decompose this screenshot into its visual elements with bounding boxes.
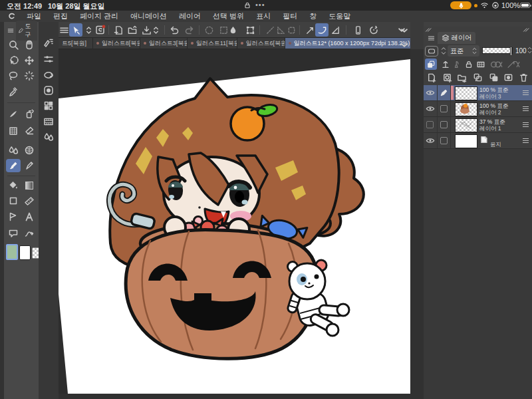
navigator-palette-icon[interactable] — [42, 68, 55, 82]
sub-color-swatch[interactable] — [19, 245, 31, 260]
brush-size-palette-icon[interactable] — [42, 84, 55, 97]
tool-pen-selected[interactable] — [6, 159, 21, 172]
open-file-button[interactable] — [126, 23, 139, 37]
visibility-eye-icon[interactable] — [426, 89, 435, 96]
menu-page-manage[interactable]: 페이지 관리 — [74, 11, 124, 21]
lock-transparent-pixels-button[interactable] — [475, 59, 486, 70]
menu-filter[interactable]: 필터 — [277, 11, 303, 21]
layer-row-paper[interactable]: 용지 — [424, 133, 532, 149]
ruler-rect-button[interactable] — [285, 23, 298, 37]
layer-row-menu[interactable] — [523, 106, 529, 111]
tool-fill[interactable] — [6, 179, 21, 192]
transform-button[interactable] — [243, 23, 257, 37]
menu-layer[interactable]: 레이어 — [173, 11, 207, 21]
layer-row[interactable]: 37 % 표준 레이어 1 — [424, 117, 532, 133]
layer-row-menu[interactable] — [523, 138, 529, 143]
timeline-palette-icon[interactable] — [42, 115, 55, 128]
document-tab[interactable]: 일러스트3[복원] — [140, 38, 187, 49]
tool-marker[interactable] — [22, 159, 37, 172]
clip-to-layer-below-button[interactable] — [425, 59, 437, 70]
snap-grid-button[interactable] — [329, 23, 342, 37]
tool-text[interactable] — [22, 210, 37, 223]
tool-line-correction[interactable] — [22, 227, 37, 240]
tool-hand[interactable] — [22, 38, 37, 51]
menu-animation[interactable]: 애니메이션 — [124, 11, 173, 21]
visibility-eye-icon[interactable] — [426, 137, 435, 144]
undo-button[interactable] — [168, 23, 181, 37]
tool-eyedropper[interactable] — [6, 84, 21, 98]
main-color-swatch[interactable] — [6, 244, 18, 260]
tool-zoom[interactable] — [6, 38, 21, 51]
tool-auto-select[interactable] — [22, 69, 37, 82]
layer-row-selected[interactable]: 100 % 표준 레이어 3 — [424, 85, 532, 101]
canvas-viewport[interactable] — [59, 49, 410, 399]
redo-button[interactable] — [183, 23, 196, 37]
tool-frame-border[interactable] — [6, 210, 21, 223]
tool-lasso[interactable] — [6, 69, 21, 82]
edit-pointer-button[interactable] — [69, 23, 82, 37]
new-raster-layer-button[interactable] — [425, 72, 437, 83]
document-tab[interactable]: 일러스트6[복원] — [237, 38, 285, 49]
tabbar-expand-chevron[interactable] — [398, 39, 411, 52]
create-layer-mask-button[interactable] — [502, 72, 514, 83]
clip-studio-app-button[interactable] — [94, 23, 107, 37]
lock-layer-button[interactable] — [463, 59, 474, 70]
merge-with-layer-below-button[interactable] — [487, 72, 499, 83]
new-document-button[interactable] — [112, 23, 125, 37]
transfer-to-layer-below-button[interactable] — [471, 72, 483, 83]
tool-balloon[interactable] — [6, 227, 21, 240]
pointer-options-chevrons[interactable] — [84, 23, 93, 37]
reset-display-button[interactable] — [367, 23, 380, 37]
edit-target-checkbox[interactable] — [440, 105, 448, 112]
tool-eraser[interactable] — [22, 124, 37, 138]
sub-tool-palette-icon[interactable] — [42, 35, 55, 49]
menu-window[interactable]: 창 — [303, 11, 323, 21]
tool-liquify[interactable] — [22, 144, 37, 157]
opacity-chevrons[interactable] — [527, 47, 532, 54]
new-layer-folder-button[interactable] — [456, 72, 467, 83]
visibility-off-box[interactable] — [426, 121, 434, 128]
layer-row-menu[interactable] — [523, 90, 529, 95]
delete-layer-button[interactable] — [517, 72, 529, 83]
fill-selection-button[interactable] — [226, 23, 239, 37]
view-expand-chevron[interactable] — [398, 24, 411, 37]
tool-airbrush[interactable] — [22, 107, 37, 120]
toolbar-menu-button[interactable] — [57, 23, 70, 37]
menu-edit[interactable]: 편집 — [47, 11, 74, 21]
snap-ruler-button[interactable] — [303, 23, 317, 37]
document-tab[interactable]: 트5[복원] — [59, 38, 92, 49]
tool-brush[interactable] — [6, 107, 21, 120]
edit-target-checkbox[interactable] — [440, 121, 448, 128]
menu-selection[interactable]: 선택 범위 — [207, 11, 250, 21]
companion-mode-button[interactable] — [351, 23, 364, 37]
tab-layer[interactable]: 레이어 — [438, 32, 475, 44]
new-tone-layer-button[interactable] — [441, 72, 453, 83]
opacity-slider-knob[interactable] — [510, 47, 512, 56]
tool-ruler[interactable] — [22, 194, 37, 207]
enable-mask-button[interactable] — [489, 59, 503, 70]
menu-file[interactable]: 파일 — [21, 11, 47, 21]
tool-operate[interactable] — [6, 54, 21, 67]
save-options-chevrons[interactable] — [151, 23, 160, 37]
layer-panel-menu[interactable] — [428, 35, 435, 42]
menu-help[interactable]: 도움말 — [323, 11, 356, 21]
menu-view[interactable]: 표시 — [250, 11, 277, 21]
color-set-palette-icon[interactable] — [42, 99, 55, 112]
right-dock-strip[interactable] — [410, 49, 424, 399]
thumbnail-size-button[interactable] — [425, 46, 438, 57]
tool-property-palette-icon[interactable] — [42, 53, 55, 66]
blend-palette-icon[interactable] — [42, 130, 55, 144]
draft-layer-button[interactable] — [452, 59, 463, 70]
snap-special-ruler-button[interactable] — [315, 23, 329, 37]
tool-palette-menu[interactable] — [7, 27, 14, 34]
deselect-circle-button[interactable] — [202, 23, 215, 37]
reference-layer-button[interactable] — [440, 59, 451, 70]
document-tab[interactable]: 일러스트11[복원] — [188, 38, 237, 49]
tool-figure[interactable] — [6, 194, 21, 207]
document-tab-active[interactable]: 일러스트12* (1600 x 1200px 72dpi 138.2%) — [285, 38, 412, 49]
layer-row-menu[interactable] — [523, 122, 529, 127]
opacity-slider[interactable] — [482, 47, 513, 54]
link-mask-button[interactable] — [506, 59, 521, 70]
tool-decoration[interactable] — [6, 124, 21, 138]
layer-row[interactable]: 100 % 표준 레이어 2 — [424, 101, 532, 117]
